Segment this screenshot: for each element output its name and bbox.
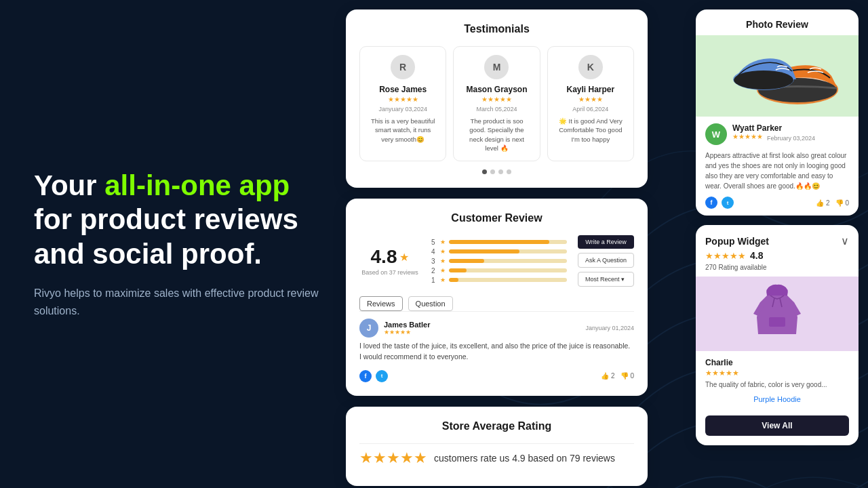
dot-4[interactable] [507,169,511,174]
svg-point-3 [734,70,793,89]
review-entry: J James Batler ★★★★★ Janyuary 01,2024 I … [359,319,634,382]
reviewer-row: J James Batler ★★★★★ Janyuary 01,2024 [359,319,634,338]
facebook-icon[interactable]: f [359,370,372,382]
hero-title-highlight: all-in-one app [104,169,290,201]
shoe-image [709,39,845,113]
date-0: Janyuary 03,2024 [368,106,437,113]
popup-reviewer-text: The quality of fabric, color is very goo… [705,380,849,390]
photo-facebook-icon[interactable]: f [705,197,717,209]
hero-title-end: for product reviews and social proof. [34,203,298,269]
rating-bars: 5 ★ 4 ★ 3 ★ 2 ★ [431,235,567,287]
big-rating-star: ★ [399,251,409,264]
avatar-w: W [705,123,727,145]
customer-review-card: Customer Review 4.8 ★ Based on 37 review… [346,199,648,396]
date-2: April 06,2024 [556,106,625,113]
ask-question-button[interactable]: Ask A Question [578,253,634,268]
twitter-icon[interactable]: t [376,370,388,382]
social-icons: f t [359,370,388,382]
avatar-k: K [578,55,603,79]
store-average-title: Store Average Rating [359,420,634,432]
bar-2: 2 ★ [431,267,567,274]
popup-rating-num: 4.8 [750,250,763,261]
photo-social-row: f t 👍 2 👎 0 [705,197,849,209]
text-2: 🌟 It is good And Very Comfortable Too go… [556,117,625,144]
popup-rating-row: ★★★★★ 4.8 [696,250,859,264]
most-recent-button[interactable]: Most Recent ▾ [578,272,634,287]
social-like-row: f t 👍 2 👎 0 [359,370,634,382]
photo-review-header: Photo Review [696,9,859,35]
bar-1: 1 ★ [431,277,567,284]
reviewer-name-0: Rose James [368,85,437,94]
dot-2[interactable] [490,169,495,174]
store-stars: ★★★★★ [359,449,427,467]
thumbs-down-icon[interactable]: 👎 0 [620,372,634,380]
reviewer-name-2: Kayli Harper [556,85,625,94]
photo-twitter-icon[interactable]: t [722,197,734,209]
based-on: Based on 37 reviews [361,269,418,276]
dot-1[interactable] [482,169,487,174]
customer-review-title: Customer Review [359,212,634,224]
popup-widget-card: Popup Widget ∨ ★★★★★ 4.8 270 Rating avai… [696,225,859,445]
chevron-down-icon[interactable]: ∨ [841,235,849,247]
reviewer-avatar: J [359,319,378,338]
testimonials-title: Testimonials [359,23,634,35]
review-body: 4.8 ★ Based on 37 reviews 5 ★ 4 ★ 3 [359,235,634,287]
photo-thumbs-up[interactable]: 👍 2 [816,199,829,207]
testimonial-item-0: R Rose James ★★★★★ Janyuary 03,2024 This… [359,46,446,161]
photo-review-detail: W Wyatt Parker ★★★★★ February 03,2024 Ap… [696,117,859,216]
action-buttons: Write a Review Ask A Question Most Recen… [578,235,634,287]
like-dislike: 👍 2 👎 0 [601,372,634,380]
popup-title: Popup Widget [705,236,769,247]
review-date-sm: Janyuary 01,2024 [585,325,634,331]
photo-reviewer-stars: ★★★★★ [732,133,763,140]
reviewer-name-sm: James Batler [384,321,580,329]
popup-reviewer-name: Charlie [705,358,849,367]
hero-section: Your all-in-one app for product reviews … [34,169,326,319]
bar-4: 4 ★ [431,248,567,256]
popup-rating-count: 270 Rating available [696,264,859,277]
photo-review-card: Photo Review [696,9,859,216]
store-rating-text: customers rate us 4.9 based on 79 review… [434,453,615,464]
tab-reviews[interactable]: Reviews [359,296,403,311]
right-column: Photo Review [696,9,859,445]
rating-summary: 4.8 ★ Based on 37 reviews [359,235,420,287]
reviewer-name-1: Mason Grayson [462,85,531,94]
text-1: The product is soo good. Specially the n… [462,117,531,152]
tab-question[interactable]: Question [408,296,453,311]
bar-5: 5 ★ [431,239,567,246]
review-stars-sm: ★★★★★ [384,329,580,336]
photo-like-dislike: 👍 2 👎 0 [816,199,849,207]
photo-review-text: Appears attractive at first look also gr… [705,150,849,191]
hero-title: Your all-in-one app for product reviews … [34,169,326,271]
cards-column: Testimonials R Rose James ★★★★★ Janyuary… [346,9,648,486]
photo-review-image-area [696,35,859,117]
hero-title-start: Your [34,169,104,201]
store-rating-content: ★★★★★ customers rate us 4.9 based on 79 … [359,443,634,472]
testimonials-card: Testimonials R Rose James ★★★★★ Janyuary… [346,9,648,188]
testimonials-grid: R Rose James ★★★★★ Janyuary 03,2024 This… [359,46,634,161]
stars-0: ★★★★★ [368,96,437,103]
write-review-button[interactable]: Write a Review [578,235,634,249]
carousel-dots [359,169,634,174]
review-content: I loved the taste of the juice, its exce… [359,341,634,363]
popup-header: Popup Widget ∨ [696,225,859,250]
photo-reviewer-name: Wyatt Parker [732,123,815,133]
photo-thumbs-down[interactable]: 👎 0 [835,199,849,207]
bar-3: 3 ★ [431,258,567,265]
photo-reviewer-info: Wyatt Parker ★★★★★ February 03,2024 [732,123,815,143]
reviewer-info: James Batler ★★★★★ [384,321,580,336]
testimonial-item-2: K Kayli Harper ★★★★ April 06,2024 🌟 It i… [547,46,634,161]
date-1: March 05,2024 [462,106,531,113]
hoodie-icon [750,283,804,344]
dot-3[interactable] [498,169,503,174]
avatar-r: R [391,55,415,79]
big-rating: 4.8 [371,246,397,268]
popup-reviewer-stars: ★★★★★ [705,369,849,378]
photo-reviewer-date: February 03,2024 [767,135,815,142]
hero-subtitle: Rivyo helps to maximize sales with effec… [34,285,326,319]
photo-reviewer-row: W Wyatt Parker ★★★★★ February 03,2024 [705,123,849,145]
view-all-button[interactable]: View All [705,415,849,436]
popup-product-image [696,277,859,351]
thumbs-up-icon[interactable]: 👍 2 [601,372,614,380]
popup-review-section: Charlie ★★★★★ The quality of fabric, col… [696,351,859,415]
